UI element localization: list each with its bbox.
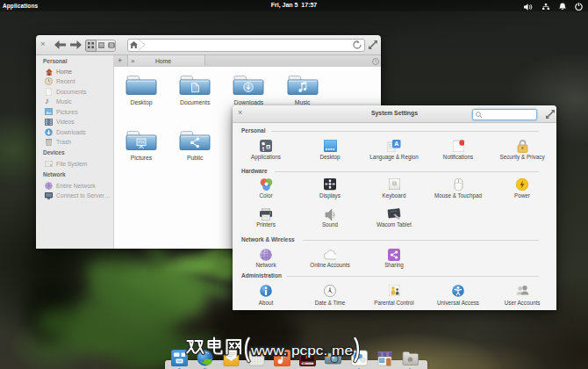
- svg-text:B: B: [267, 145, 269, 149]
- svg-text:www. pcpc. me: www. pcpc. me: [250, 343, 353, 358]
- svg-text:A: A: [394, 141, 398, 147]
